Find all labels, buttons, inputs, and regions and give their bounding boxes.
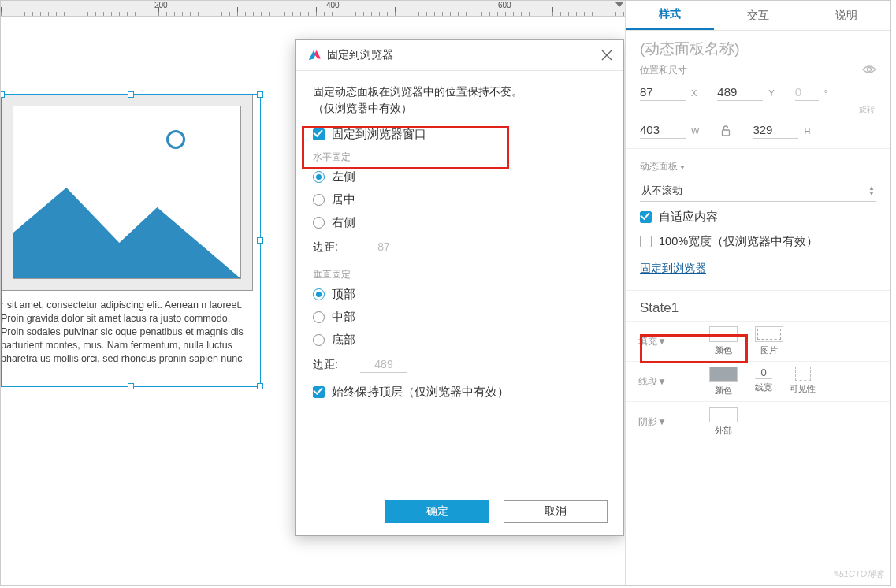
svg-point-1 [868, 68, 872, 72]
chevron-down-icon: ▼ [679, 164, 686, 171]
resize-handle[interactable] [257, 237, 263, 244]
radio-icon[interactable] [313, 194, 325, 206]
radio-icon[interactable] [313, 311, 325, 323]
radio-bottom[interactable]: 底部 [313, 329, 606, 352]
lock-aspect-icon[interactable] [721, 125, 731, 139]
state-name[interactable]: State1 [626, 296, 890, 321]
keep-top-checkbox[interactable] [313, 386, 325, 398]
ok-button[interactable]: 确定 [385, 500, 489, 523]
line-visibility-swatch[interactable] [795, 367, 811, 381]
radio-icon[interactable] [313, 334, 325, 346]
resize-handle[interactable] [257, 383, 263, 389]
visibility-toggle-icon[interactable] [862, 65, 876, 76]
pin-checkbox-label: 固定到浏览器窗口 [332, 127, 426, 142]
fill-color-swatch[interactable] [709, 326, 738, 342]
radio-icon[interactable] [313, 288, 325, 300]
cancel-button[interactable]: 取消 [504, 500, 608, 523]
pin-checkbox[interactable] [313, 128, 325, 140]
rotation-label: 旋转 [626, 104, 890, 115]
select-caret-icon: ▲▼ [868, 185, 875, 196]
axure-logo-icon [307, 48, 321, 62]
line-section[interactable]: 线段▼ [638, 375, 678, 389]
radio-left[interactable]: 左侧 [313, 166, 606, 188]
width-input[interactable] [640, 121, 686, 139]
radio-top[interactable]: 顶部 [313, 283, 606, 306]
dynamic-panel-section[interactable]: 动态面板▼ [626, 154, 890, 177]
dialog-title: 固定到浏览器 [327, 48, 601, 62]
position-section-label: 位置和尺寸 [640, 64, 687, 77]
radio-center[interactable]: 居中 [313, 188, 606, 211]
margin-v-label: 边距: [313, 358, 360, 372]
resize-handle[interactable] [128, 383, 134, 389]
keep-top-label: 始终保持顶层（仅浏览器中有效） [332, 385, 509, 400]
dialog-description: 固定动态面板在浏览器中的位置保持不变。（仅浏览器中有效） [313, 84, 606, 117]
tab-interactions[interactable]: 交互 [714, 1, 802, 30]
rotation-input [795, 84, 819, 101]
inspector-tabs: 样式 交互 说明 [626, 1, 890, 31]
keep-top-row[interactable]: 始终保持顶层（仅浏览器中有效） [313, 381, 606, 404]
margin-h-input[interactable] [360, 239, 407, 255]
svg-rect-2 [723, 130, 730, 136]
fill-section[interactable]: 填充▼ [638, 335, 678, 348]
inspector-panel: 样式 交互 说明 (动态面板名称) 位置和尺寸 X Y ° 旋转 W H 动态面… [625, 1, 890, 585]
tab-style[interactable]: 样式 [626, 1, 714, 30]
pin-to-browser-link[interactable]: 固定到浏览器 [640, 262, 706, 274]
line-width-input[interactable]: 0 [755, 367, 772, 379]
canvas[interactable]: 200 400 600 800 r sit amet, consectetur … [1, 1, 625, 585]
margin-h-label: 边距: [313, 240, 360, 255]
selection-outline[interactable] [1, 94, 261, 387]
close-icon[interactable] [601, 50, 612, 61]
vertical-section-label: 垂直固定 [313, 263, 606, 283]
full-width-row[interactable]: 100%宽度（仅浏览器中有效） [626, 229, 890, 254]
pin-checkbox-row[interactable]: 固定到浏览器窗口 [313, 123, 606, 146]
widget-name-input[interactable]: (动态面板名称) [626, 31, 890, 64]
fill-image-swatch[interactable] [755, 326, 783, 342]
radio-middle[interactable]: 中部 [313, 306, 606, 329]
ruler: 200 400 600 800 [1, 1, 625, 17]
x-input[interactable] [640, 84, 686, 101]
resize-handle[interactable] [257, 91, 263, 98]
line-color-swatch[interactable] [709, 367, 738, 382]
radio-icon[interactable] [313, 217, 325, 229]
ruler-tick: 200 [154, 1, 168, 9]
ruler-tick: 400 [326, 1, 340, 9]
fit-content-row[interactable]: 自适应内容 [626, 205, 890, 229]
radio-right[interactable]: 右侧 [313, 211, 606, 234]
radio-icon[interactable] [313, 171, 325, 183]
horizontal-section-label: 水平固定 [313, 146, 606, 166]
ruler-dropdown-icon[interactable] [615, 2, 623, 7]
height-input[interactable] [753, 121, 798, 139]
full-width-checkbox[interactable] [640, 236, 652, 247]
shadow-outer-swatch[interactable] [709, 407, 738, 422]
tab-notes[interactable]: 说明 [802, 1, 890, 30]
shadow-section[interactable]: 阴影▼ [638, 415, 678, 429]
scroll-behavior-select[interactable]: 从不滚动 ▲▼ [640, 180, 876, 202]
fit-content-checkbox[interactable] [640, 211, 652, 223]
y-input[interactable] [717, 84, 763, 101]
resize-handle[interactable] [128, 91, 134, 98]
resize-handle[interactable] [1, 91, 5, 98]
pin-to-browser-dialog: 固定到浏览器 固定动态面板在浏览器中的位置保持不变。（仅浏览器中有效） 固定到浏… [295, 39, 624, 536]
ruler-tick: 600 [498, 1, 511, 9]
margin-v-input[interactable] [360, 356, 407, 373]
